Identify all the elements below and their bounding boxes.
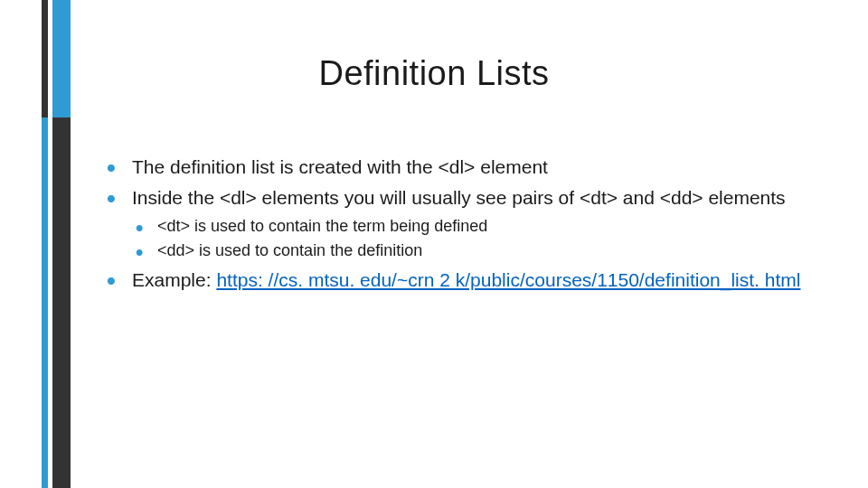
list-item-text: Example: [132,269,216,290]
slide: Definition Lists The definition list is … [0,0,868,488]
list-item-text: The definition list is created with the … [132,156,548,177]
accent-stripe-inner-main [52,117,71,488]
slide-title: Definition Lists [0,54,868,93]
list-item: <dt> is used to contain the term being d… [132,216,814,237]
bullet-list: The definition list is created with the … [107,155,814,293]
slide-content: The definition list is created with the … [107,155,814,300]
list-item: Example: https: //cs. mtsu. edu/~crn 2 k… [107,268,814,292]
sub-bullet-list: <dt> is used to contain the term being d… [132,216,814,262]
example-link[interactable]: https: //cs. mtsu. edu/~crn 2 k/public/c… [216,269,800,290]
list-item-text: <dd> is used to contain the definition [157,241,422,259]
accent-stripe-outer-main [42,117,48,488]
list-item: The definition list is created with the … [107,155,814,179]
list-item: <dd> is used to contain the definition [132,240,814,261]
list-item-text: <dt> is used to contain the term being d… [157,217,487,235]
list-item: Inside the <dl> elements you will usuall… [107,186,814,261]
list-item-text: Inside the <dl> elements you will usuall… [132,187,786,208]
